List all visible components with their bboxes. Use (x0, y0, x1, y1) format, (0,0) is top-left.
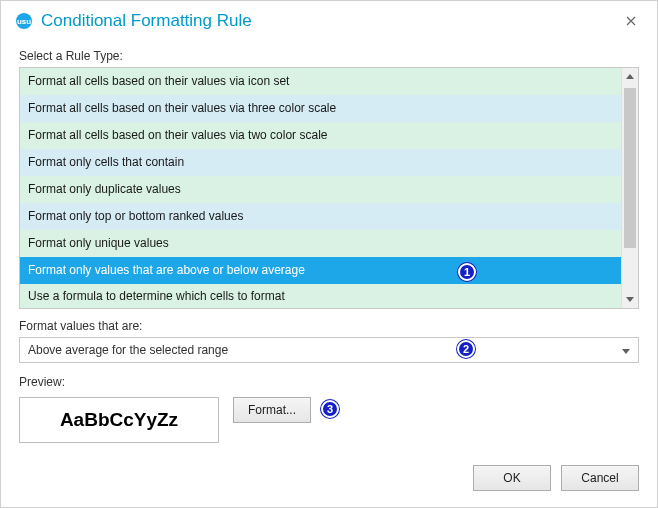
rule-type-item[interactable]: Format all cells based on their values v… (20, 68, 621, 95)
ok-button[interactable]: OK (473, 465, 551, 491)
format-button[interactable]: Format... (233, 397, 311, 423)
preview-sample: AaBbCcYyZz (19, 397, 219, 443)
callout-badge-3: 3 (321, 400, 339, 418)
select-rule-type-label: Select a Rule Type: (19, 49, 639, 63)
rule-type-list: Format all cells based on their values v… (19, 67, 639, 309)
combo-value: Above average for the selected range (28, 343, 228, 357)
rule-type-item-selected[interactable]: Format only values that are above or bel… (20, 257, 621, 284)
app-icon: usu (15, 12, 33, 30)
rule-type-item[interactable]: Format all cells based on their values v… (20, 122, 621, 149)
dialog-body: Select a Rule Type: Format all cells bas… (1, 39, 657, 453)
rule-type-item[interactable]: Format only duplicate values (20, 176, 621, 203)
rule-type-list-inner: Format all cells based on their values v… (20, 68, 621, 308)
rule-type-item[interactable]: Format only top or bottom ranked values (20, 203, 621, 230)
dialog-title: Conditional Formatting Rule (41, 11, 619, 31)
cancel-button[interactable]: Cancel (561, 465, 639, 491)
chevron-down-icon (622, 343, 630, 357)
conditional-formatting-dialog: usu Conditional Formatting Rule Select a… (0, 0, 658, 508)
list-scrollbar[interactable] (621, 68, 638, 308)
format-values-label: Format values that are: (19, 319, 639, 333)
rule-type-item[interactable]: Format all cells based on their values v… (20, 95, 621, 122)
title-bar: usu Conditional Formatting Rule (1, 1, 657, 39)
svg-text:usu: usu (17, 17, 31, 26)
preview-label: Preview: (19, 375, 639, 389)
format-values-combo[interactable]: Above average for the selected range (19, 337, 639, 363)
close-icon[interactable] (619, 9, 643, 33)
dialog-footer: OK Cancel (1, 453, 657, 507)
rule-type-item[interactable]: Use a formula to determine which cells t… (20, 284, 621, 308)
scroll-up-icon[interactable] (622, 68, 638, 85)
rule-type-item[interactable]: Format only cells that contain (20, 149, 621, 176)
scroll-down-icon[interactable] (622, 291, 638, 308)
scroll-thumb[interactable] (624, 88, 636, 248)
rule-type-item[interactable]: Format only unique values (20, 230, 621, 257)
